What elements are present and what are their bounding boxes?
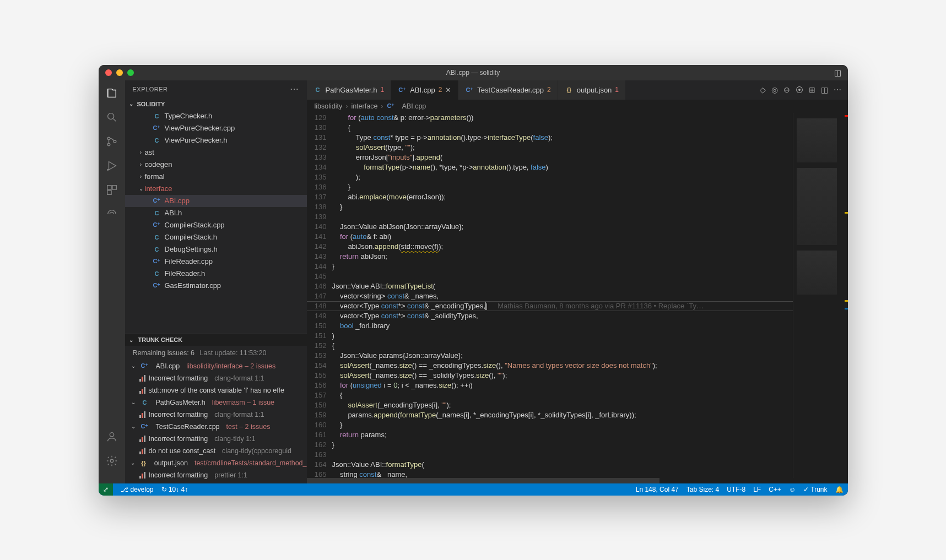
tab-bar: CPathGasMeter.h1C⁺ABI.cpp2✕C⁺TestCaseRea…: [307, 80, 848, 100]
tree-item[interactable]: CDebugSettings.h: [125, 243, 307, 255]
app-window: ABI.cpp — solidity ◫ EXPLORER ⋯ ⌄ SOLIDI…: [99, 65, 848, 496]
minimap[interactable]: [793, 113, 848, 478]
breadcrumb[interactable]: libsolidity›interface›C⁺ABI.cpp: [307, 100, 848, 113]
breadcrumb-item[interactable]: libsolidity: [315, 102, 343, 110]
settings-icon[interactable]: [105, 454, 119, 468]
file-tree: CTypeChecker.hC⁺ViewPureChecker.cppCView…: [125, 110, 307, 334]
search-icon[interactable]: [105, 110, 119, 124]
preview-icon[interactable]: ◎: [771, 85, 778, 94]
account-icon[interactable]: [105, 429, 119, 444]
layout-icon[interactable]: ◫: [834, 68, 841, 77]
titlebar: ABI.cpp — solidity ◫: [99, 65, 848, 80]
more-icon[interactable]: ⋯: [290, 84, 299, 94]
more-icon[interactable]: ⋯: [834, 85, 841, 94]
record-icon[interactable]: ⦿: [796, 85, 803, 94]
editor-tab[interactable]: CPathGasMeter.h1: [307, 80, 392, 100]
run-debug-icon[interactable]: [105, 159, 119, 173]
svg-rect-7: [107, 190, 111, 194]
tree-item[interactable]: CABI.h: [125, 207, 307, 219]
tree-item[interactable]: ›formal: [125, 171, 307, 183]
source-control-icon[interactable]: [105, 134, 119, 149]
split-down-icon[interactable]: ⊞: [809, 85, 815, 94]
status-bar: ⤢ ⎇develop ↻ 10↓ 4↑ Ln 148, Col 47 Tab S…: [99, 483, 848, 496]
svg-point-0: [107, 113, 113, 119]
svg-point-9: [110, 459, 113, 463]
minimize-icon[interactable]: [116, 69, 123, 76]
sidebar-root[interactable]: ⌄ SOLIDITY: [125, 98, 307, 110]
tree-item[interactable]: ⌄interface: [125, 183, 307, 195]
window-title: ABI.cpp — solidity: [446, 69, 500, 77]
explorer-icon[interactable]: [105, 86, 119, 100]
svg-rect-6: [112, 185, 116, 189]
sidebar: EXPLORER ⋯ ⌄ SOLIDITY CTypeChecker.hC⁺Vi…: [125, 80, 307, 483]
svg-point-8: [110, 432, 113, 436]
tree-item[interactable]: C⁺GasEstimator.cpp: [125, 280, 307, 292]
tree-item[interactable]: CViewPureChecker.h: [125, 134, 307, 146]
trunk-issue[interactable]: Incorrect formattingclang-format 1:1: [125, 372, 307, 384]
chevron-down-icon: ⌄: [127, 101, 135, 107]
activity-bar: [99, 80, 125, 483]
editor-tab[interactable]: {}output.json1: [558, 80, 626, 100]
trunk-file[interactable]: ⌄{}output.jsontest/cmdlineTests/standard…: [125, 457, 307, 469]
notifications-icon[interactable]: 🔔: [835, 486, 844, 493]
svg-point-1: [107, 137, 110, 140]
trunk-issue[interactable]: Incorrect formattingprettier 1:1: [125, 469, 307, 481]
encoding[interactable]: UTF-8: [727, 486, 745, 493]
tree-item[interactable]: CFileReader.h: [125, 268, 307, 280]
editor-tab[interactable]: C⁺TestCaseReader.cpp2: [458, 80, 558, 100]
trunk-panel: Remaining issues: 6 Last update: 11:53:2…: [125, 346, 307, 483]
tree-item[interactable]: C⁺ViewPureChecker.cpp: [125, 122, 307, 134]
code-content[interactable]: for (auto const& p: error->parameters())…: [332, 113, 793, 478]
tree-item[interactable]: ›ast: [125, 146, 307, 159]
code-editor[interactable]: 1291301311321331341351361371381391401411…: [307, 113, 848, 478]
extensions-icon[interactable]: [105, 183, 119, 197]
trunk-file[interactable]: ⌄C⁺ABI.cpplibsolidity/interface – 2 issu…: [125, 360, 307, 372]
tree-item[interactable]: C⁺FileReader.cpp: [125, 255, 307, 268]
svg-point-3: [113, 140, 116, 143]
compare-icon[interactable]: ◇: [760, 85, 766, 94]
trunk-issue[interactable]: Incorrect formattingclang-tidy 1:1: [125, 433, 307, 445]
trunk-panel-header[interactable]: ⌄ TRUNK CHECK: [125, 334, 307, 346]
close-icon[interactable]: ✕: [445, 86, 451, 94]
svg-point-2: [107, 143, 110, 146]
breadcrumb-item[interactable]: interface: [351, 102, 377, 110]
trunk-file[interactable]: ⌄CPathGasMeter.hlibevmasm – 1 issue: [125, 396, 307, 409]
close-icon[interactable]: [105, 69, 112, 76]
split-right-icon[interactable]: ◫: [821, 85, 828, 94]
sidebar-header: EXPLORER ⋯: [125, 80, 307, 98]
tree-item[interactable]: C⁺CompilerStack.cpp: [125, 219, 307, 231]
editor-tab[interactable]: C⁺ABI.cpp2✕: [391, 80, 458, 100]
trunk-status[interactable]: ✓ Trunk: [803, 486, 827, 493]
branch-icon: ⎇: [121, 486, 128, 493]
editor-group: CPathGasMeter.h1C⁺ABI.cpp2✕C⁺TestCaseRea…: [307, 80, 848, 483]
language-mode[interactable]: C++: [769, 486, 781, 493]
tree-item[interactable]: C⁺ABI.cpp: [125, 195, 307, 207]
git-sync[interactable]: ↻ 10↓ 4↑: [161, 486, 188, 493]
tree-item[interactable]: CTypeChecker.h: [125, 110, 307, 122]
svg-rect-5: [107, 185, 111, 189]
horizontal-scrollbar[interactable]: [307, 478, 848, 483]
eol[interactable]: LF: [753, 486, 761, 493]
maximize-icon[interactable]: [127, 69, 134, 76]
tree-item[interactable]: CCompilerStack.h: [125, 231, 307, 243]
chevron-down-icon: ⌄: [127, 337, 135, 343]
line-gutter: 1291301311321331341351361371381391401411…: [307, 113, 332, 478]
tab-size[interactable]: Tab Size: 4: [686, 486, 719, 493]
copilot-icon[interactable]: ☺: [789, 486, 796, 493]
window-controls: [99, 69, 134, 76]
cursor-position[interactable]: Ln 148, Col 47: [636, 486, 679, 493]
svg-point-4: [107, 169, 108, 170]
revert-icon[interactable]: ⊖: [783, 85, 790, 94]
sidebar-title: EXPLORER: [133, 86, 168, 93]
git-branch[interactable]: ⎇develop: [121, 486, 154, 493]
tree-item[interactable]: ›codegen: [125, 159, 307, 171]
trunk-issue[interactable]: std::move of the const variable 'f' has …: [125, 384, 307, 396]
trunk-issue[interactable]: do not use const_castclang-tidy(cppcoreg…: [125, 445, 307, 457]
trunk-file[interactable]: ⌄C⁺TestCaseReader.cpptest – 2 issues: [125, 421, 307, 433]
breadcrumb-item[interactable]: ABI.cpp: [402, 102, 426, 110]
trunk-issue[interactable]: Incorrect formattingclang-format 1:1: [125, 409, 307, 421]
remote-indicator[interactable]: ⤢: [99, 483, 113, 496]
trunk-icon[interactable]: [105, 207, 119, 221]
